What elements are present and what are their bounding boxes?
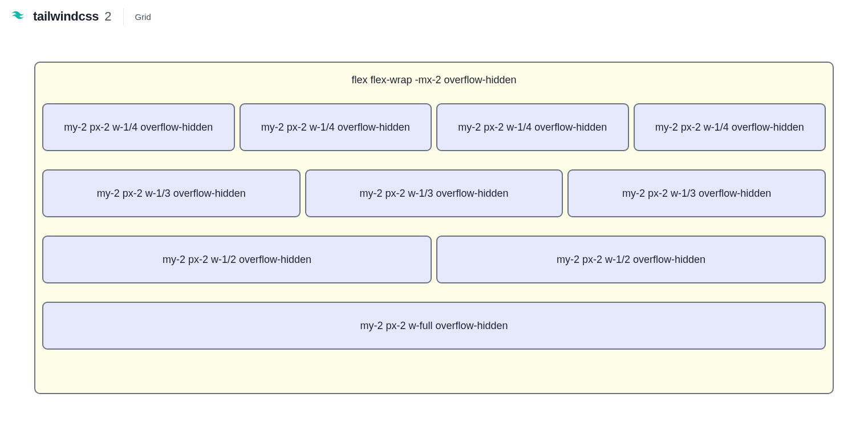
grid-cell: my-2 px-2 w-1/3 overflow-hidden xyxy=(303,169,566,217)
preview-area: flex flex-wrap -mx-2 overflow-hidden my-… xyxy=(0,33,868,405)
grid-cell: my-2 px-2 w-1/3 overflow-hidden xyxy=(565,169,828,217)
header-bar: tailwindcss 2 Grid xyxy=(0,0,868,33)
cell-class-label: my-2 px-2 w-1/3 overflow-hidden xyxy=(567,169,826,217)
grid-cell: my-2 px-2 w-1/4 overflow-hidden xyxy=(40,103,237,151)
grid-cell: my-2 px-2 w-1/4 overflow-hidden xyxy=(237,103,435,151)
cell-class-label: my-2 px-2 w-1/4 overflow-hidden xyxy=(634,103,826,151)
tailwind-logo-icon xyxy=(11,11,29,22)
grid-cell: my-2 px-2 w-1/2 overflow-hidden xyxy=(434,236,828,283)
grid-container: flex flex-wrap -mx-2 overflow-hidden my-… xyxy=(34,62,834,394)
grid-cell: my-2 px-2 w-full overflow-hidden xyxy=(40,302,828,350)
cell-class-label: my-2 px-2 w-1/2 overflow-hidden xyxy=(436,236,826,283)
grid-cell: my-2 px-2 w-1/4 overflow-hidden xyxy=(631,103,829,151)
brand-name: tailwindcss xyxy=(33,9,99,24)
cell-class-label: my-2 px-2 w-1/2 overflow-hidden xyxy=(42,236,432,283)
container-classes-label: flex flex-wrap -mx-2 overflow-hidden xyxy=(41,71,827,94)
cell-class-label: my-2 px-2 w-1/4 overflow-hidden xyxy=(42,103,235,151)
cell-class-label: my-2 px-2 w-1/3 overflow-hidden xyxy=(42,169,301,217)
grid-cell: my-2 px-2 w-1/2 overflow-hidden xyxy=(40,236,434,283)
grid-cell: my-2 px-2 w-1/3 overflow-hidden xyxy=(40,169,303,217)
cell-class-label: my-2 px-2 w-1/4 overflow-hidden xyxy=(436,103,629,151)
grid-row: my-2 px-2 w-1/4 overflow-hidden my-2 px-… xyxy=(40,94,828,359)
cell-class-label: my-2 px-2 w-full overflow-hidden xyxy=(42,302,826,350)
cell-class-label: my-2 px-2 w-1/4 overflow-hidden xyxy=(240,103,432,151)
page-subtitle: Grid xyxy=(135,12,151,22)
cell-class-label: my-2 px-2 w-1/3 overflow-hidden xyxy=(305,169,563,217)
header-divider xyxy=(123,8,124,25)
brand-version: 2 xyxy=(104,9,111,24)
grid-cell: my-2 px-2 w-1/4 overflow-hidden xyxy=(434,103,631,151)
brand-logo[interactable]: tailwindcss 2 xyxy=(11,9,112,24)
